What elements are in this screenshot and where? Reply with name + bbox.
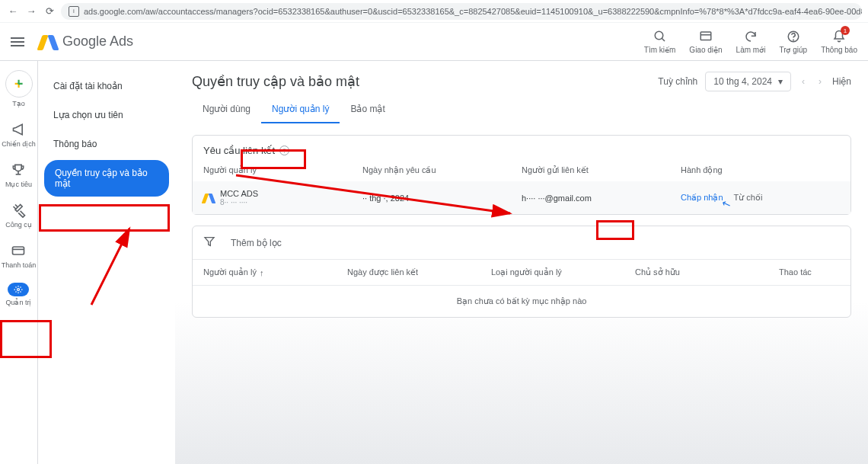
sidebar: Cài đặt tài khoản Lựa chọn ưu tiên Thông… [38, 61, 175, 464]
notifications-button[interactable]: 1 Thông báo [821, 29, 857, 54]
browser-forward-icon[interactable]: → [24, 5, 38, 18]
sidebar-item-notifications[interactable]: Thông báo [44, 131, 169, 157]
appearance-icon [698, 29, 713, 44]
sidebar-item-preferences[interactable]: Lựa chọn ưu tiên [44, 102, 169, 128]
date-range-selector[interactable]: 10 thg 4, 2024 ▾ [705, 72, 791, 91]
google-ads-logo-icon [203, 193, 214, 203]
rail-admin[interactable]: Quản trị [5, 283, 31, 306]
search-button[interactable]: Tìm kiếm [644, 29, 676, 54]
main-content: Quyền truy cập và bảo mật Tuỳ chỉnh 10 t… [175, 61, 868, 464]
tools-icon [11, 202, 27, 219]
tab-managers[interactable]: Người quản lý [261, 96, 340, 123]
google-ads-logo-icon [40, 34, 56, 50]
filter-row[interactable]: Thêm bộ lọc [193, 226, 850, 260]
accept-link[interactable]: Chấp nhận ↖ [681, 193, 723, 203]
app-bar: Google Ads Tìm kiếm Giao diện Làm mới Tr… [0, 23, 868, 61]
cursor-icon: ↖ [720, 196, 733, 210]
svg-line-1 [662, 38, 665, 41]
col-date-linked[interactable]: Ngày được liên kết [347, 267, 491, 277]
manager-id: 8·· ··· ···· [220, 198, 258, 206]
request-sender: h···· ···@gmail.com [522, 194, 681, 203]
prev-period-icon[interactable]: ‹ [799, 76, 808, 87]
bell-icon: 1 [831, 29, 847, 44]
url-text: ads.google.com/aw/accountaccess/managers… [84, 7, 862, 16]
col-manager[interactable]: Người quản lý ↑ [203, 267, 347, 277]
appearance-button[interactable]: Giao diện [689, 29, 722, 54]
link-request-row: MCC ADS 8·· ··· ···· ·· thg ·, 2024 h···… [193, 181, 850, 214]
notification-badge: 1 [841, 26, 850, 35]
rail-create[interactable]: + Tạo [5, 70, 33, 107]
chevron-down-icon: ▾ [778, 76, 783, 87]
browser-chrome: ← → ⟳ i ads.google.com/aw/accountaccess/… [0, 0, 868, 23]
rail-campaigns[interactable]: Chiến dịch [2, 121, 36, 148]
gear-icon [8, 283, 29, 296]
tab-security[interactable]: Bảo mật [340, 96, 395, 123]
present-label: Hiện [832, 76, 851, 87]
app-title: Google Ads [62, 34, 133, 50]
manager-name: MCC ADS [220, 189, 258, 198]
filter-icon [203, 235, 215, 250]
hamburger-icon[interactable] [11, 33, 29, 51]
help-icon [786, 29, 801, 44]
help-button[interactable]: Trợ giúp [779, 29, 807, 54]
sidebar-item-access-security[interactable]: Quyền truy cập và bảo mật [44, 160, 169, 197]
svg-rect-8 [13, 247, 24, 254]
megaphone-icon [11, 121, 27, 138]
sidebar-item-account-settings[interactable]: Cài đặt tài khoản [44, 73, 169, 99]
app-logo[interactable]: Google Ads [40, 34, 133, 50]
col-actions[interactable]: Thao tác [779, 267, 840, 277]
svg-rect-2 [700, 32, 711, 40]
tabs: Người dùng Người quản lý Bảo mật [192, 96, 851, 124]
rail-goals[interactable]: Mục tiêu [5, 162, 32, 188]
refresh-button[interactable]: Làm mới [736, 29, 766, 54]
rail-tools[interactable]: Công cụ [5, 202, 32, 229]
col-owner[interactable]: Chủ sở hữu [635, 267, 779, 277]
plus-icon: + [5, 70, 33, 98]
svg-point-5 [793, 40, 793, 40]
request-date: ·· thg ·, 2024 [362, 194, 522, 203]
sort-asc-icon: ↑ [260, 268, 264, 277]
link-requests-title: Yêu cầu liên kết [203, 145, 275, 156]
custom-label: Tuỳ chỉnh [658, 76, 697, 87]
filter-label: Thêm bộ lọc [231, 238, 282, 248]
managers-table-header: Người quản lý ↑ Ngày được liên kết Loại … [193, 260, 850, 286]
svg-point-10 [18, 289, 20, 291]
refresh-icon [743, 29, 758, 44]
browser-back-icon[interactable]: ← [6, 5, 20, 18]
svg-marker-11 [205, 238, 214, 246]
tab-users[interactable]: Người dùng [192, 96, 261, 123]
page-title: Quyền truy cập và bảo mật [192, 73, 359, 90]
col-manager-type[interactable]: Loại người quản lý [491, 267, 635, 277]
rail-nav: + Tạo Chiến dịch Mục tiêu Công cụ Thanh … [0, 61, 38, 464]
search-icon [653, 29, 668, 44]
reject-link[interactable]: Từ chối [734, 193, 763, 203]
svg-point-0 [655, 31, 663, 40]
next-period-icon[interactable]: › [815, 76, 825, 87]
card-icon [10, 242, 27, 259]
link-requests-header: Người quản lý Ngày nhận yêu cầu Người gử… [193, 162, 850, 181]
browser-refresh-icon[interactable]: ⟳ [43, 5, 56, 18]
link-requests-card: Yêu cầu liên kết ? Người quản lý Ngày nh… [192, 135, 851, 215]
trophy-icon [10, 162, 27, 178]
url-bar[interactable]: i ads.google.com/aw/accountaccess/manage… [61, 3, 862, 20]
empty-state: Bạn chưa có bất kỳ mục nhập nào [193, 286, 850, 317]
site-info-icon[interactable]: i [69, 6, 79, 17]
rail-billing[interactable]: Thanh toán [2, 242, 37, 269]
help-tooltip-icon[interactable]: ? [279, 146, 289, 155]
managers-table-card: Thêm bộ lọc Người quản lý ↑ Ngày được li… [192, 226, 851, 318]
